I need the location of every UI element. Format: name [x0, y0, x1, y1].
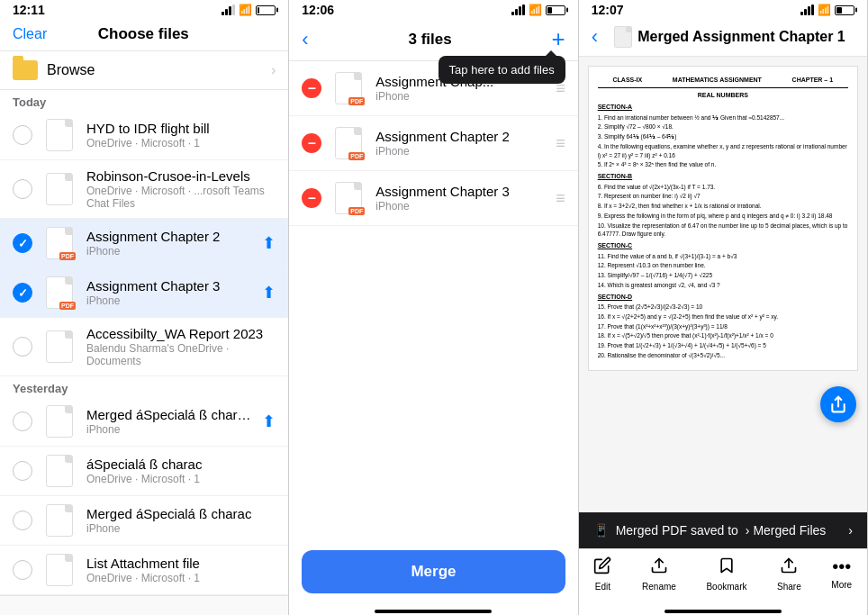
toolbar-rename[interactable]: Rename — [642, 556, 676, 592]
share-icon — [780, 556, 798, 579]
pdf-section-d: SECTION-D — [598, 293, 848, 303]
file-info: Assignment Chapter 3 iPhone — [375, 184, 545, 213]
list-item[interactable]: PDF Assignment Chapter 3 iPhone ⬆ — [0, 268, 288, 318]
pdf-badge: PDF — [348, 207, 365, 215]
file-info: Accessibilty_WA Report 2023 Balendu Shar… — [86, 326, 276, 367]
add-file-button[interactable]: + — [551, 25, 565, 53]
file-name: List Attachment file — [86, 556, 276, 571]
pdf-section-b: SECTION-B — [598, 172, 848, 182]
clear-button[interactable]: Clear — [13, 26, 47, 42]
drag-handle: ≡ — [556, 134, 565, 153]
list-item[interactable]: áSpecialá ß charac OneDrive · Microsoft … — [0, 447, 288, 496]
browse-row[interactable]: Browse › — [0, 51, 288, 90]
file-name: áSpecialá ß charac — [86, 457, 276, 472]
back-button-3[interactable]: ‹ — [592, 25, 598, 49]
upload-icon: ⬆ — [262, 233, 276, 253]
pdf-q16: 16. If x = √(2+2+5) and y = √(2-2+5) the… — [598, 312, 848, 321]
browse-label: Browse — [47, 62, 262, 78]
file-thumb: PDF — [332, 182, 365, 214]
radio-access[interactable] — [13, 337, 32, 357]
list-item[interactable]: Robinson-Crusoe-in-Levels OneDrive · Mic… — [0, 160, 288, 219]
share-fab-button[interactable] — [820, 386, 856, 422]
list-item[interactable]: Accessibilty_WA Report 2023 Balendu Shar… — [0, 318, 288, 376]
file-sub: OneDrive · Microsoft · 1 — [86, 572, 276, 584]
file-thumb — [43, 455, 76, 487]
remove-button-1[interactable]: – — [302, 78, 321, 98]
back-button-2[interactable]: ‹ — [302, 28, 308, 51]
file-name: Robinson-Crusoe-in-Levels — [86, 168, 276, 184]
remove-button-3[interactable]: – — [302, 188, 321, 208]
doc-icon — [46, 405, 73, 438]
merged-pdf-header: ‹ Merged Assignment Chapter 1 — [579, 20, 867, 57]
file-thumb: PDF — [43, 227, 76, 259]
bookmark-icon — [718, 556, 736, 579]
section-today: Today — [0, 90, 288, 111]
list-item[interactable]: Merged áSpecialá ß charac iPhone — [0, 496, 288, 546]
file-thumb — [43, 330, 76, 363]
toolbar-bookmark[interactable]: Bookmark — [706, 556, 746, 592]
list-item[interactable]: List Attachment file OneDrive · Microsof… — [0, 546, 288, 595]
status-bar-3: 12:07 📶 — [579, 0, 867, 20]
pdf-class: CLASS-IX — [613, 76, 643, 86]
status-icons-2: 📶 — [511, 4, 565, 16]
radio-merged1[interactable] — [13, 412, 32, 431]
pdf-q13: 13. Simplify/√97 – 1/(√716) + 1/4(√7) + … — [598, 271, 848, 280]
doc-icon: PDF — [335, 182, 362, 214]
radio-list-attach[interactable] — [13, 560, 32, 580]
pdf-q3: 3. Simplify 64⅓ (64⅓ – 64⅔) — [598, 132, 848, 141]
radio-special2[interactable] — [13, 511, 32, 530]
status-time-1: 12:11 — [13, 3, 45, 17]
choose-files-header: Clear Choose files — [0, 20, 288, 51]
doc-icon: PDF — [46, 276, 73, 309]
toolbar-edit[interactable]: Edit — [593, 556, 611, 592]
radio-hyd[interactable] — [13, 125, 32, 145]
signal-bars-3 — [800, 5, 814, 15]
more-icon: ••• — [832, 556, 851, 577]
file-info: áSpecialá ß charac OneDrive · Microsoft … — [86, 457, 276, 485]
doc-icon: PDF — [335, 127, 362, 159]
status-bar-2: 12:06 📶 — [289, 0, 577, 20]
radio-ch3[interactable] — [13, 283, 32, 303]
list-item[interactable]: – PDF Assignment Chapter 2 iPhone ≡ — [289, 116, 577, 171]
toolbar-more[interactable]: ••• More — [831, 556, 852, 592]
toast-chevron-icon: › — [848, 523, 853, 538]
pdf-q20: 20. Rationalise the denominator of √(3+5… — [598, 351, 848, 360]
wifi-icon-3: 📶 — [818, 4, 831, 16]
radio-special1[interactable] — [13, 461, 32, 481]
continue-button[interactable]: Continue — [13, 605, 276, 615]
list-item[interactable]: – PDF Assignment Chapter 3 iPhone ≡ — [289, 171, 577, 226]
pdf-q17: 17. Prove that (1(x²+x²+x²³))/(3(x+y)²(3… — [598, 322, 848, 331]
choose-files-panel: 12:11 📶 Clear Choose files Browse › Toda… — [0, 0, 289, 615]
file-thumb: PDF — [332, 72, 365, 104]
file-name: HYD to IDR flight bill — [86, 121, 276, 136]
folder-icon — [13, 60, 38, 80]
pdf-q5: 5. If 2ⁿ × 4³ = 8ⁿ × 32ⁿ then find the v… — [598, 160, 848, 169]
radio-robinson[interactable] — [13, 179, 32, 199]
radio-ch2[interactable] — [13, 233, 32, 253]
pdf-q12: 12. Represent √10.3 on then number line. — [598, 261, 848, 270]
status-icons-1: 📶 — [222, 4, 276, 16]
merge-button[interactable]: Merge — [302, 550, 565, 593]
file-thumb — [43, 554, 76, 586]
toolbar-edit-label: Edit — [595, 582, 610, 592]
remove-button-2[interactable]: – — [302, 133, 321, 153]
toolbar-bookmark-label: Bookmark — [706, 582, 746, 592]
pdf-q2: 2. Simplify √72 – √800 × √18. — [598, 122, 848, 131]
pdf-chapter: CHAPTER – 1 — [792, 76, 834, 86]
p1-footer: Continue — [0, 595, 288, 615]
list-item[interactable]: HYD to IDR flight bill OneDrive · Micros… — [0, 111, 288, 160]
p3-title-wrap: Merged Assignment Chapter 1 — [605, 26, 854, 48]
file-name: Merged áSpecialá ß charac (1) — [86, 407, 251, 422]
list-item[interactable]: PDF Assignment Chapter 2 iPhone ⬆ — [0, 219, 288, 268]
status-time-2: 12:06 — [302, 3, 334, 17]
list-item[interactable]: Merged áSpecialá ß charac (1) iPhone ⬆ — [0, 397, 288, 447]
wifi-icon-2: 📶 — [529, 4, 542, 16]
pdf-badge: PDF — [59, 302, 76, 310]
file-info: Assignment Chapter 2 iPhone — [375, 129, 545, 158]
file-sub: iPhone — [375, 200, 545, 213]
pdf-q4: 4. In the following equations, examine w… — [598, 142, 848, 160]
toolbar-share[interactable]: Share — [777, 556, 801, 592]
upload-icon: ⬆ — [262, 412, 276, 431]
section-yesterday: Yesterday — [0, 376, 288, 397]
battery-icon-1 — [256, 5, 276, 15]
